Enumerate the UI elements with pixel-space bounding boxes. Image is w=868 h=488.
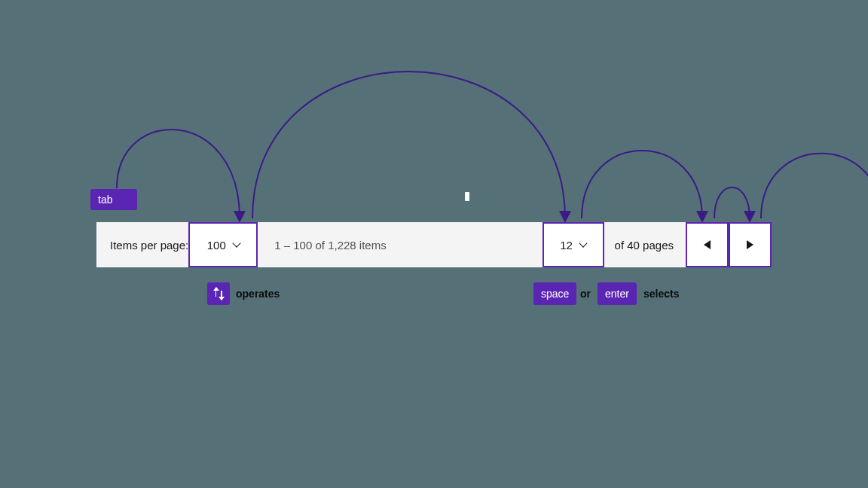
previous-page-button[interactable] — [686, 222, 729, 267]
space-key-label: space — [541, 288, 569, 299]
pagination-bar: Items per page: 100 1 – 100 of 1,228 ite… — [96, 222, 772, 267]
items-per-page-select[interactable]: 100 — [188, 222, 258, 267]
caret-left-icon — [704, 240, 711, 249]
items-per-page-label: Items per page: — [96, 222, 188, 267]
chevron-down-icon — [579, 239, 587, 247]
items-per-page-value: 100 — [207, 239, 226, 252]
enter-key-badge: enter — [598, 282, 637, 305]
next-page-button[interactable] — [729, 222, 772, 267]
tab-key-badge: tab — [90, 189, 137, 210]
caret-right-icon — [747, 240, 753, 249]
item-range-text: 1 – 100 of 1,228 items — [258, 222, 542, 267]
or-text: or — [580, 288, 591, 300]
up-down-arrows-icon — [214, 288, 224, 300]
tab-key-label: tab — [98, 194, 112, 205]
page-number-select[interactable]: 12 — [542, 222, 604, 267]
arrow-keys-badge — [207, 282, 230, 305]
space-key-badge: space — [533, 282, 576, 305]
chevron-down-icon — [232, 239, 240, 247]
operates-hint: operates — [236, 288, 280, 300]
selects-hint: selects — [643, 288, 679, 300]
page-number-value: 12 — [560, 239, 573, 252]
enter-key-label: enter — [605, 288, 629, 299]
of-pages-text: of 40 pages — [604, 222, 686, 267]
text-cursor-indicator — [465, 192, 469, 201]
